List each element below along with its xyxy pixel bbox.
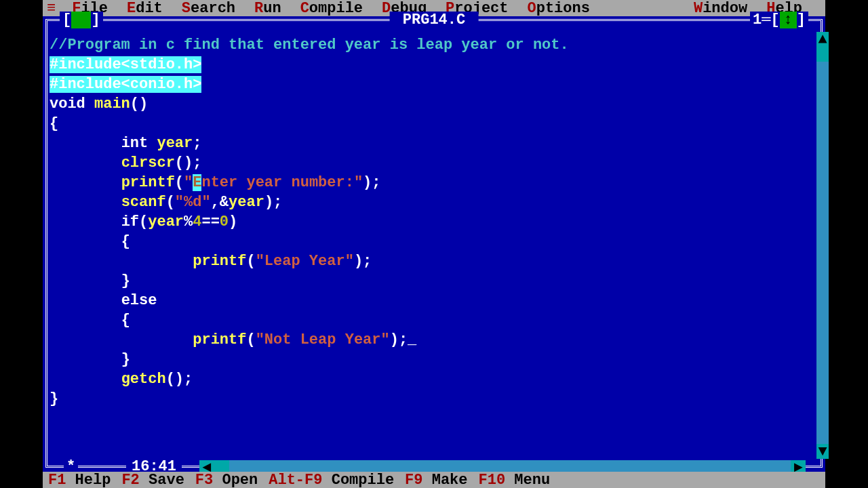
code-line: } [50,389,806,409]
menu-file[interactable]: File [72,0,108,17]
code-line: getch(); [50,369,806,389]
status-f3[interactable]: F3 Open [195,472,258,489]
editor-window: [ ] PRG14.C 1═[↕] ▲ ▼ * 16:41 ◄ ► //Prog… [43,16,825,472]
status-alt-f9[interactable]: Alt-F9 Compile [269,472,394,489]
code-line: void main() [50,94,806,114]
ide-window: ≡ FileEditSearchRunCompileDebugProjectOp… [43,0,825,488]
window-title: PRG14.C [390,12,479,28]
vertical-scrollbar[interactable]: ▲ ▼ [816,32,829,459]
scroll-down-icon[interactable]: ▼ [816,444,829,459]
scroll-up-icon[interactable]: ▲ [816,32,829,47]
status-bar[interactable]: F1 HelpF2 SaveF3 OpenAlt-F9 CompileF9 Ma… [43,472,825,488]
code-line: int year; [50,134,806,153]
menu-help[interactable]: Help [766,0,802,17]
status-f2[interactable]: F2 Save [121,472,184,489]
code-line: { [50,114,806,134]
control-menu-icon[interactable]: ≡ [47,0,56,17]
code-line: else [50,291,806,310]
menu-run[interactable]: Run [254,0,281,17]
code-line: clrscr(); [50,153,806,173]
code-line: #include<conio.h> [50,75,806,94]
menu-edit[interactable]: Edit [127,0,163,17]
code-area[interactable]: //Program in c find that entered year is… [50,35,806,451]
code-line: #include<stdio.h> [50,55,806,75]
status-f1[interactable]: F1 Help [48,472,111,489]
code-line: if(year%4==0) [50,212,806,232]
code-line: scanf("%d",&year); [50,192,806,212]
menu-options[interactable]: Options [528,0,590,17]
code-line: { [50,232,806,251]
menu-search[interactable]: Search [182,0,235,17]
code-line: //Program in c find that entered year is… [50,35,806,55]
menu-window[interactable]: Window [694,0,747,17]
code-line: printf("Not Leap Year");_ [50,330,806,350]
code-line: } [50,350,806,369]
status-f9[interactable]: F9 Make [405,472,467,489]
scroll-thumb-vertical[interactable] [816,47,829,62]
menu-compile[interactable]: Compile [300,0,363,17]
code-line: printf("Leap Year"); [50,251,806,271]
code-line: printf("Enter year number:"); [50,173,806,192]
code-line: } [50,271,806,291]
code-line: { [50,310,806,330]
status-f10[interactable]: F10 Menu [479,472,551,489]
